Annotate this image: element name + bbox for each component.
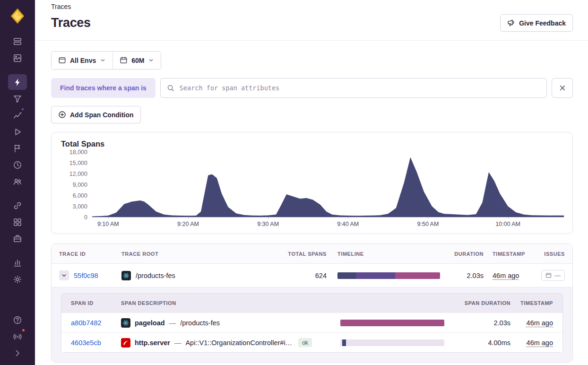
sidebar [0,0,35,365]
chevron-down-icon [61,272,67,278]
sidebar-item-graph[interactable] [8,107,27,123]
app-logo[interactable] [8,7,27,26]
chevron-right-icon [13,348,22,358]
span-separator: — [174,339,182,347]
add-span-condition-label: Add Span Condition [70,111,134,119]
give-feedback-label: Give Feedback [519,19,566,27]
sidebar-nav [8,33,27,287]
sidebar-item-briefcase[interactable] [8,231,27,246]
calendar-icon [120,56,128,64]
trace-issues-pill[interactable]: — [541,270,565,281]
sidebar-item-image[interactable] [8,50,27,66]
trace-timeline-bar [337,272,440,279]
x-icon [558,84,567,92]
chart-y-axis: 03,0006,0009,00012,00015,00018,000 [60,152,87,217]
span-description: Api::V1::OrganizationController#i… [185,339,292,347]
megaphone-icon [507,19,515,27]
sidebar-item-play[interactable] [8,124,27,139]
col-issues: Issues [531,251,565,257]
total-spans-area-chart [92,152,564,217]
trace-root-name: /products-fes [136,272,175,279]
col-total-spans: Total Spans [275,251,327,257]
x-tick-label: 9:40 AM [337,221,359,227]
span-row[interactable]: 4603e5cb http.server — Api::V1::Organiza… [61,332,562,352]
span-row[interactable]: a80b7482 [61,313,562,332]
x-tick-label: 9:20 AM [177,221,199,227]
col-trace-root: Trace Root [121,251,275,257]
trace-timestamp: 46m ago [493,272,519,279]
col-span-description: Span Description [121,300,340,306]
span-id-link[interactable]: 4603e5cb [71,339,121,347]
span-timeline-bar [340,339,444,346]
time-range-filter-label: 60M [131,57,144,64]
sidebar-item-link[interactable] [8,198,27,213]
y-tick-label: 3,000 [73,203,87,210]
issues-icon [545,272,552,278]
plus-circle-icon [58,111,66,119]
briefcase-icon [13,234,22,243]
col-span-duration: Span Duration [458,300,510,306]
span-timeline-bar [340,320,444,326]
sidebar-item-gear[interactable] [8,271,27,287]
add-span-condition-button[interactable]: Add Span Condition [51,106,141,123]
span-id-link[interactable]: a80b7482 [71,319,121,327]
traces-table: Trace ID Trace Root Total Spans Timeline… [51,243,573,363]
sidebar-item-funnel[interactable] [8,91,27,106]
sidebar-item-chevron-right[interactable] [8,345,27,361]
chevron-down-icon [100,57,106,63]
span-table: Span ID Span Description Span Duration T… [61,293,563,353]
time-range-filter-button[interactable]: 60M [112,52,161,69]
trace-id-link[interactable]: 55f0c98 [74,272,98,279]
search-input[interactable] [179,84,540,92]
breadcrumb[interactable]: Traces [51,3,71,10]
gem-logo [9,7,26,25]
grid-icon [13,217,22,227]
react-icon [121,318,130,328]
chart-plot-area [92,152,564,217]
broadcast-icon [13,332,22,341]
page-title: Traces [51,16,91,30]
span-table-header: Span ID Span Description Span Duration T… [61,294,562,313]
span-op: pageload [135,319,165,327]
stack-icon [13,37,22,46]
users-icon [13,177,22,186]
give-feedback-button[interactable]: Give Feedback [500,14,573,32]
clear-search-button[interactable] [552,78,573,98]
span-status-badge: ok [298,338,312,347]
span-timestamp: 46m ago [527,339,553,347]
sidebar-item-flag[interactable] [8,140,27,156]
col-timestamp: Timestamp [484,251,531,257]
col-span-id: Span ID [71,300,121,306]
collapse-trace-button[interactable] [59,270,69,280]
sidebar-item-clock[interactable] [8,157,27,173]
rails-icon [121,338,130,348]
trace-issues-count: — [554,272,561,279]
react-icon [121,271,131,280]
sidebar-item-grid[interactable] [8,214,27,230]
expanded-trace-section: Span ID Span Description Span Duration T… [52,287,572,362]
sidebar-item-stack[interactable] [8,34,27,49]
sidebar-item-broadcast[interactable] [8,329,27,344]
search-icon [167,84,174,92]
sidebar-item-lightning[interactable] [8,74,27,90]
sidebar-item-help[interactable] [8,312,27,328]
trace-row[interactable]: 55f0c98 /products-fes [52,264,572,287]
y-tick-label: 18,000 [69,149,87,156]
span-op: http.server [135,339,170,347]
search-box[interactable] [160,78,547,98]
image-icon [13,53,22,63]
sidebar-item-bar-chart[interactable] [8,255,27,270]
sidebar-item-users[interactable] [8,174,27,189]
help-icon [13,315,22,325]
col-span-timestamp: Timestamp [510,300,553,306]
col-timeline: Timeline [327,251,440,257]
lightning-icon [13,78,22,87]
chart-title: Total Spans [61,139,564,148]
search-row: Find traces where a span is [51,78,573,98]
chevron-down-icon [148,57,154,63]
span-timestamp: 46m ago [527,319,553,327]
funnel-icon [13,94,22,104]
notification-dot [21,328,26,332]
environment-filter-button[interactable]: All Envs [52,52,112,69]
trace-duration: 2.03s [440,272,484,279]
